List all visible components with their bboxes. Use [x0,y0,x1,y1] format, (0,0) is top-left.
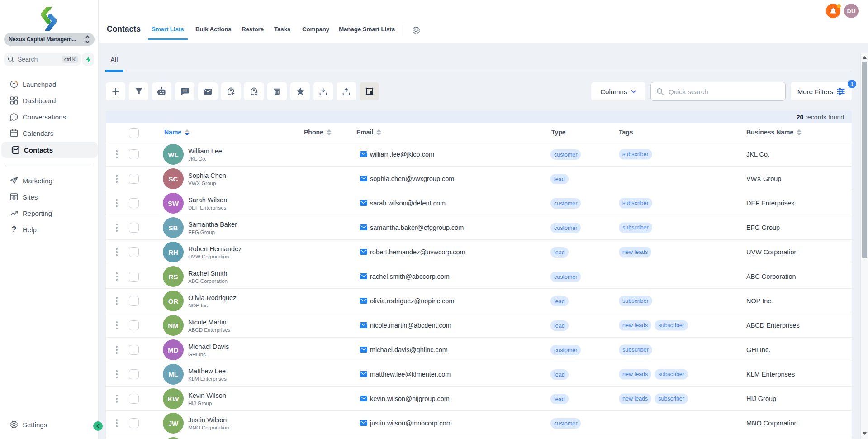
svg-text:?: ? [12,225,17,234]
